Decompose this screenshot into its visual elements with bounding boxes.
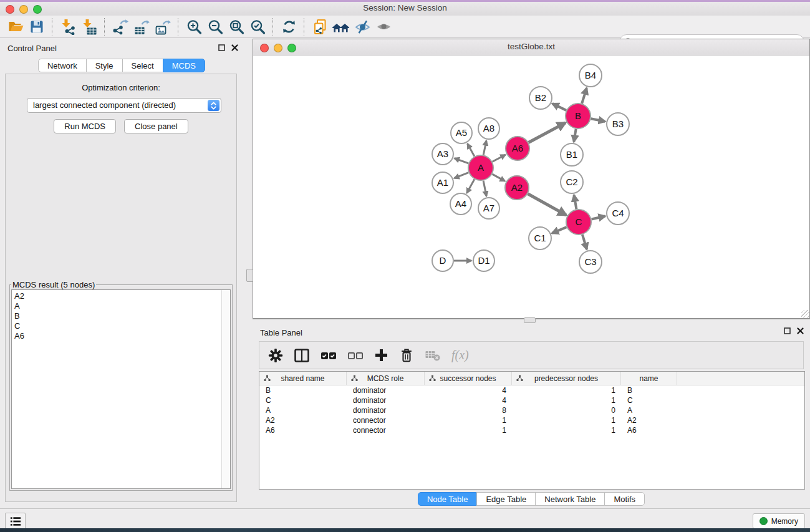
zoom-selected-icon[interactable] bbox=[247, 17, 268, 36]
graph-edge-A-A3[interactable] bbox=[455, 158, 468, 163]
vertical-divider-handle[interactable] bbox=[246, 269, 253, 282]
optimization-criterion-dropdown[interactable]: largest connected component (directed) bbox=[27, 98, 221, 113]
mcds-panel-body: Optimization criterion: largest connecte… bbox=[5, 74, 237, 502]
column-header-predecessor-nodes[interactable]: predecessor nodes bbox=[512, 372, 621, 385]
graph-edge-B-B4[interactable] bbox=[582, 88, 587, 104]
unselect-all-columns-icon[interactable] bbox=[347, 348, 364, 363]
export-image-icon[interactable] bbox=[152, 17, 173, 36]
mcds-result-item[interactable]: A6 bbox=[12, 331, 230, 341]
graph-node-label-A: A bbox=[478, 162, 484, 173]
mcds-result-list[interactable]: A2ABCA6 bbox=[11, 289, 231, 489]
table-cell: 4 bbox=[425, 396, 512, 405]
show-column-icon[interactable] bbox=[294, 348, 310, 363]
import-network-icon[interactable] bbox=[57, 17, 79, 36]
table-cell: 1 bbox=[512, 416, 621, 425]
graph-node-label-A4: A4 bbox=[455, 198, 466, 209]
graph-edge-B-B3[interactable] bbox=[591, 118, 605, 122]
graph-edge-A-A5[interactable] bbox=[468, 143, 475, 156]
toolbar-separator bbox=[272, 18, 274, 36]
refresh-icon[interactable] bbox=[278, 17, 299, 36]
close-panel-icon[interactable] bbox=[231, 44, 238, 51]
table-cell: 1 bbox=[512, 426, 621, 435]
graph-edge-A-A7[interactable] bbox=[483, 181, 486, 196]
table-cell: A bbox=[621, 406, 677, 415]
table-row[interactable]: Bdominator41B bbox=[259, 385, 804, 395]
table-settings-gear-icon[interactable] bbox=[268, 348, 283, 363]
network-canvas[interactable]: B4B2BB3A8A5A6A3B1AA1C2A2A4A7C4CC1C3DD1 bbox=[253, 56, 809, 318]
graph-edge-A-A1[interactable] bbox=[455, 173, 469, 178]
graph-node-label-A3: A3 bbox=[437, 148, 448, 159]
tab-edge-table[interactable]: Edge Table bbox=[476, 492, 536, 506]
tab-style[interactable]: Style bbox=[86, 59, 123, 72]
tab-select[interactable]: Select bbox=[122, 59, 163, 72]
table-header-row: shared nameMCDS rolesuccessor nodesprede… bbox=[259, 372, 804, 385]
run-mcds-button[interactable]: Run MCDS bbox=[54, 119, 116, 133]
graph-edge-A-A8[interactable] bbox=[483, 141, 486, 155]
mcds-result-item[interactable]: A2 bbox=[12, 291, 230, 301]
table-cell: A2 bbox=[621, 416, 677, 425]
graph-edge-A6-B[interactable] bbox=[529, 123, 566, 143]
zoom-in-icon[interactable] bbox=[183, 17, 205, 36]
node-table[interactable]: shared nameMCDS rolesuccessor nodesprede… bbox=[259, 371, 805, 490]
save-session-icon[interactable] bbox=[26, 17, 47, 36]
export-network-icon[interactable] bbox=[110, 17, 131, 36]
tab-node-table[interactable]: Node Table bbox=[418, 492, 478, 506]
create-new-column-icon[interactable] bbox=[374, 348, 388, 362]
table-row[interactable]: A6connector11A6 bbox=[259, 425, 804, 435]
graph-edge-C-C4[interactable] bbox=[591, 216, 605, 220]
network-window-titlebar[interactable]: testGlobe.txt bbox=[253, 39, 809, 56]
window-resize-grip[interactable] bbox=[801, 310, 809, 318]
graph-edge-A-A2[interactable] bbox=[492, 174, 504, 181]
tab-mcds[interactable]: MCDS bbox=[163, 59, 205, 72]
show-hidden-icon bbox=[373, 17, 394, 36]
delete-table-icon bbox=[425, 349, 441, 362]
tab-network[interactable]: Network bbox=[38, 59, 87, 72]
select-all-columns-icon[interactable] bbox=[321, 348, 337, 363]
graph-edge-C-C3[interactable] bbox=[582, 235, 587, 249]
tab-motifs[interactable]: Motifs bbox=[604, 492, 645, 506]
open-session-icon[interactable] bbox=[5, 17, 26, 36]
delete-column-trash-icon[interactable] bbox=[399, 348, 414, 363]
column-header-successor-nodes[interactable]: successor nodes bbox=[425, 372, 512, 385]
mcds-result-item[interactable]: A bbox=[12, 301, 230, 311]
graph-edge-B-B2[interactable] bbox=[552, 104, 566, 110]
graph-edge-C-C1[interactable] bbox=[552, 227, 566, 233]
table-cell: 4 bbox=[425, 386, 512, 395]
dropdown-stepper-icon bbox=[208, 100, 219, 111]
table-panel: Table Panel bbox=[253, 322, 810, 508]
table-cell: connector bbox=[347, 416, 425, 425]
mcds-result-item[interactable]: C bbox=[12, 321, 230, 331]
import-table-icon[interactable] bbox=[79, 17, 100, 36]
graph-edge-C-C2[interactable] bbox=[574, 195, 577, 210]
table-cell: 1 bbox=[512, 386, 621, 395]
tab-network-table[interactable]: Network Table bbox=[535, 492, 605, 506]
column-header-shared-name[interactable]: shared name bbox=[259, 372, 347, 385]
close-panel-button[interactable]: Close panel bbox=[124, 119, 188, 133]
graph-edge-B-B1[interactable] bbox=[574, 129, 576, 142]
float-panel-icon[interactable] bbox=[218, 44, 225, 51]
table-row[interactable]: A2connector11A2 bbox=[259, 415, 804, 425]
hide-selected-icon[interactable] bbox=[352, 17, 373, 36]
mcds-result-item[interactable]: B bbox=[12, 311, 230, 321]
window-title: Session: New Session bbox=[0, 3, 810, 12]
scrollbar-track[interactable] bbox=[221, 290, 230, 488]
mcds-result-group: MCDS result (5 nodes) A2ABCA6 bbox=[9, 280, 233, 491]
graph-edge-A-A6[interactable] bbox=[493, 155, 506, 162]
graph-edge-A-A4[interactable] bbox=[467, 179, 475, 193]
column-header-name[interactable]: name bbox=[621, 372, 677, 385]
table-row[interactable]: Adominator80A bbox=[259, 405, 804, 415]
column-header-mcds-role[interactable]: MCDS role bbox=[347, 372, 425, 385]
memory-button[interactable]: Memory bbox=[753, 513, 805, 529]
network-graph[interactable]: B4B2BB3A8A5A6A3B1AA1C2A2A4A7C4CC1C3DD1 bbox=[253, 56, 809, 318]
float-panel-icon[interactable] bbox=[784, 327, 791, 334]
new-network-from-selection-icon[interactable] bbox=[309, 17, 330, 36]
table-row[interactable]: Cdominator41C bbox=[259, 395, 804, 405]
show-all-networks-icon[interactable] bbox=[330, 17, 352, 36]
table-cell: 0 bbox=[512, 406, 621, 415]
show-task-history-button[interactable] bbox=[5, 513, 26, 530]
export-table-icon[interactable] bbox=[131, 17, 152, 36]
close-panel-icon[interactable] bbox=[797, 327, 804, 334]
zoom-out-icon[interactable] bbox=[205, 17, 226, 36]
graph-edge-A2-C[interactable] bbox=[528, 194, 566, 215]
zoom-fit-icon[interactable] bbox=[226, 17, 247, 36]
